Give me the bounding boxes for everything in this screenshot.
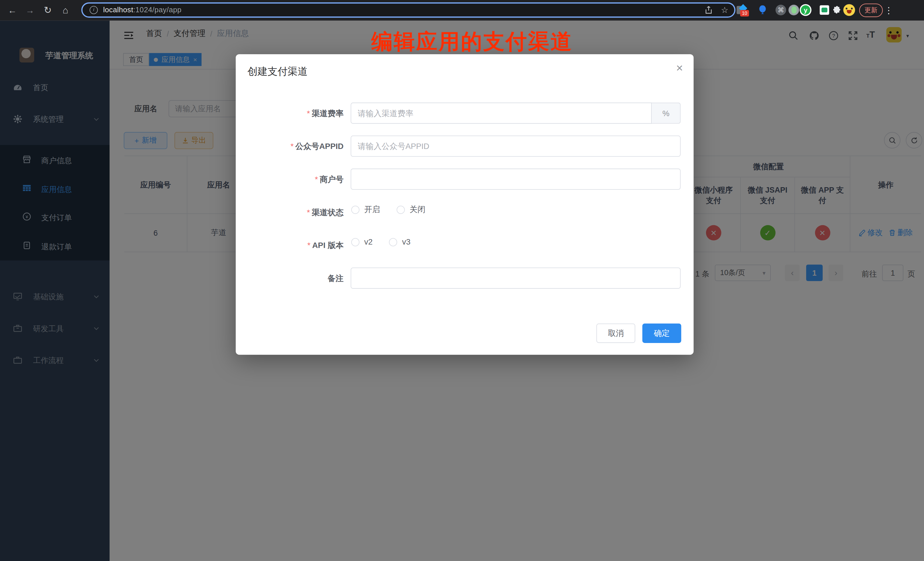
browser-back-button[interactable]: ← xyxy=(5,0,20,21)
url-host: localhost xyxy=(103,6,133,14)
radio-circle xyxy=(397,206,405,214)
radio-circle xyxy=(351,206,360,214)
annotation-text: 编辑应用的支付渠道 xyxy=(371,28,573,57)
extension-badge: 10 xyxy=(740,10,749,16)
browser-home-button[interactable]: ⌂ xyxy=(58,0,73,21)
remark-input[interactable] xyxy=(351,268,681,289)
merchant-id-input[interactable] xyxy=(351,169,681,190)
extension-wallet-icon[interactable]: 10 xyxy=(735,4,747,16)
url-text[interactable]: localhost:1024/pay/app xyxy=(103,6,182,14)
extensions-puzzle-icon[interactable] xyxy=(831,4,843,16)
radio-circle xyxy=(389,238,398,246)
percent-suffix: % xyxy=(652,102,681,123)
browser-forward-button[interactable]: → xyxy=(22,0,38,21)
profile-avatar[interactable] xyxy=(843,4,855,16)
field-label-status: *渠道状态 xyxy=(249,207,344,218)
field-label-api-version: *API 版本 xyxy=(249,240,344,251)
field-label-merchant: *商户号 xyxy=(249,174,344,185)
browser-chrome: ← → ↻ ⌂ i localhost:1024/pay/app ☆ 10 ⌘ xyxy=(0,0,924,21)
browser-update-button[interactable]: 更新 xyxy=(859,3,883,17)
radio-status-open[interactable]: 开启 xyxy=(351,205,380,215)
extension-chat-icon[interactable] xyxy=(818,4,830,16)
field-label-appid: *公众号APPID xyxy=(249,141,344,152)
extension-y-icon[interactable]: y xyxy=(800,4,811,16)
field-label-rate: *渠道费率 xyxy=(249,108,344,119)
official-account-appid-input[interactable] xyxy=(351,135,681,157)
radio-api-v2[interactable]: v2 xyxy=(351,237,373,246)
extension-command-icon[interactable]: ⌘ xyxy=(775,4,787,16)
share-icon[interactable] xyxy=(705,6,713,14)
dialog-title: 创建支付渠道 xyxy=(248,65,308,78)
create-payment-channel-dialog: 创建支付渠道 × *渠道费率 % *公众号APPID *商户号 *渠道状态 开启… xyxy=(236,54,694,355)
radio-circle xyxy=(351,238,360,246)
url-path: :1024/pay/app xyxy=(133,6,182,14)
channel-rate-input[interactable] xyxy=(351,102,652,123)
confirm-button[interactable]: 确定 xyxy=(642,324,681,343)
site-info-icon[interactable]: i xyxy=(90,6,98,14)
extension-balloon-icon[interactable] xyxy=(757,4,768,16)
bookmark-star-icon[interactable]: ☆ xyxy=(721,5,729,15)
screenshot-root: ← → ↻ ⌂ i localhost:1024/pay/app ☆ 10 ⌘ xyxy=(0,0,924,561)
channel-status-radio-group: 开启 关闭 xyxy=(351,205,426,215)
browser-reload-button[interactable]: ↻ xyxy=(40,0,56,21)
cancel-button[interactable]: 取消 xyxy=(596,324,635,343)
address-bar[interactable]: i localhost:1024/pay/app ☆ xyxy=(81,2,735,18)
api-version-radio-group: v2 v3 xyxy=(351,237,411,246)
radio-status-closed[interactable]: 关闭 xyxy=(397,205,426,215)
browser-menu-icon[interactable]: ⋮ xyxy=(881,0,896,21)
field-label-remark: 备注 xyxy=(249,273,344,284)
radio-api-v3[interactable]: v3 xyxy=(389,237,411,246)
dialog-close-icon[interactable]: × xyxy=(676,62,683,74)
extension-recorder-icon[interactable] xyxy=(788,4,800,16)
